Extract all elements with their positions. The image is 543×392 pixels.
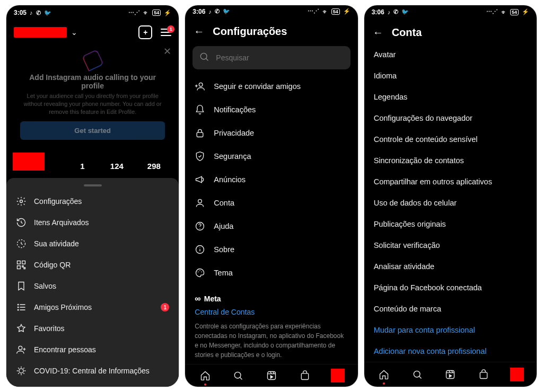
bottom-sheet-menu: Configurações Itens Arquivados Sua ativi… bbox=[6, 178, 179, 387]
sheet-item-saved[interactable]: Salvos bbox=[6, 275, 179, 297]
svg-rect-12 bbox=[197, 132, 203, 137]
search-box[interactable] bbox=[192, 46, 350, 69]
settings-item-security[interactable]: Segurança bbox=[185, 145, 357, 168]
add-person-icon bbox=[195, 81, 205, 92]
sheet-label: Amigos Próximos bbox=[34, 303, 92, 311]
bottom-nav bbox=[364, 362, 537, 387]
acct-link-switch-pro[interactable]: Mudar para conta profissional bbox=[364, 319, 537, 341]
user-icon bbox=[195, 198, 205, 208]
back-button[interactable]: ← bbox=[373, 27, 383, 38]
settings-label: Notificações bbox=[214, 105, 256, 114]
status-left-icons: ♪ bbox=[388, 9, 391, 15]
megaphone-icon bbox=[195, 174, 205, 185]
accounts-center-link[interactable]: Central de Contas bbox=[195, 308, 348, 316]
palette-icon bbox=[195, 268, 205, 278]
username-dropdown[interactable]: ⌄ bbox=[14, 27, 77, 38]
sheet-label: COVID-19: Central de Informações bbox=[34, 367, 150, 375]
avatar-redacted bbox=[13, 153, 45, 171]
sheet-item-settings[interactable]: Configurações bbox=[6, 191, 179, 212]
svg-point-0 bbox=[20, 200, 23, 203]
signal-dots-icon: ⋯⋰ bbox=[128, 10, 140, 16]
sheet-item-covid[interactable]: COVID-19: Central de Informações bbox=[6, 360, 179, 381]
close-friends-badge: 1 bbox=[161, 303, 169, 311]
nav-search[interactable] bbox=[410, 368, 424, 381]
svg-point-10 bbox=[201, 53, 207, 59]
menu-button[interactable]: 1 bbox=[161, 29, 171, 36]
lock-icon bbox=[195, 128, 205, 138]
phone-status-icon: ✆ bbox=[36, 10, 41, 16]
stat-followers[interactable]: 124 bbox=[98, 162, 135, 171]
battery-indicator: 54 bbox=[331, 8, 340, 15]
meta-section: ∞Meta Central de Contas Controle as conf… bbox=[185, 284, 357, 364]
settings-item-theme[interactable]: Tema bbox=[185, 261, 357, 284]
acct-item-avatar[interactable]: Avatar bbox=[364, 44, 537, 65]
status-bar: 3:05 ♪ ✆ 🐦 ⋯⋰ ᯤ 54 ⚡ bbox=[6, 5, 179, 20]
help-icon bbox=[195, 221, 205, 231]
meta-logo: ∞Meta bbox=[195, 294, 348, 304]
acct-item-branded-content[interactable]: Conteúdo de marca bbox=[364, 298, 537, 319]
settings-header: ← Configurações bbox=[185, 18, 357, 43]
audio-calling-promo: ✕ Add Instagram audio calling to your pr… bbox=[12, 46, 173, 147]
sheet-grab-handle[interactable] bbox=[84, 184, 102, 186]
acct-item-original-posts[interactable]: Publicações originais bbox=[364, 213, 537, 235]
settings-item-help[interactable]: Ajuda bbox=[185, 215, 357, 238]
clock: 3:05 bbox=[14, 9, 27, 16]
username-redacted bbox=[14, 27, 67, 38]
phone-account: 3:06 ♪ ✆ 🐦 ⋯⋰ ᯤ 54 ⚡ ← Conta Avatar Idio… bbox=[364, 5, 537, 387]
acct-item-sensitive[interactable]: Controle de conteúdo sensível bbox=[364, 129, 537, 150]
svg-point-7 bbox=[17, 309, 19, 310]
acct-item-data-usage[interactable]: Uso de dados do celular bbox=[364, 192, 537, 213]
svg-point-19 bbox=[199, 270, 200, 271]
clock-icon bbox=[16, 238, 27, 249]
profile-header: ⌄ + 1 bbox=[6, 20, 179, 42]
acct-item-facebook-page[interactable]: Página do Facebook conectada bbox=[364, 277, 537, 298]
settings-item-account[interactable]: Conta bbox=[185, 191, 357, 215]
nav-reels[interactable] bbox=[265, 369, 278, 382]
acct-item-contacts[interactable]: Sincronização de contatos bbox=[364, 150, 537, 171]
nav-home[interactable] bbox=[198, 369, 212, 382]
chevron-down-icon: ⌄ bbox=[71, 28, 77, 37]
sheet-label: Encontrar pessoas bbox=[34, 345, 96, 354]
nav-shop[interactable] bbox=[477, 368, 491, 381]
signal-dots-icon: ⋯⋰ bbox=[308, 8, 319, 15]
sheet-label: Código QR bbox=[34, 261, 71, 269]
create-button[interactable]: + bbox=[138, 25, 152, 39]
back-button[interactable]: ← bbox=[194, 26, 204, 37]
settings-item-ads[interactable]: Anúncios bbox=[185, 168, 357, 191]
nav-reels[interactable] bbox=[443, 368, 457, 381]
settings-item-privacy[interactable]: Privacidade bbox=[185, 121, 357, 145]
acct-item-share-apps[interactable]: Compartilhar em outros aplicativos bbox=[364, 171, 537, 192]
settings-label: Seguir e convidar amigos bbox=[214, 82, 301, 91]
svg-point-15 bbox=[200, 228, 200, 228]
acct-item-verification[interactable]: Solicitar verificação bbox=[364, 235, 537, 256]
sheet-item-discover[interactable]: Encontrar pessoas bbox=[6, 339, 179, 360]
settings-item-notifications[interactable]: Notificações bbox=[185, 98, 357, 121]
page-title: Conta bbox=[392, 26, 422, 39]
acct-link-add-pro[interactable]: Adicionar nova conta profissional bbox=[364, 341, 537, 362]
stat-following[interactable]: 298 bbox=[135, 162, 172, 171]
settings-item-about[interactable]: Sobre bbox=[185, 238, 357, 261]
close-icon[interactable]: ✕ bbox=[163, 46, 171, 57]
acct-item-language[interactable]: Idioma bbox=[364, 65, 537, 86]
settings-label: Anúncios bbox=[214, 175, 246, 184]
svg-point-17 bbox=[200, 247, 200, 248]
nav-profile-redacted[interactable] bbox=[331, 369, 345, 382]
add-person-icon bbox=[16, 344, 27, 355]
settings-item-follow-invite[interactable]: Seguir e convidar amigos bbox=[185, 75, 357, 98]
stat-posts[interactable]: 1 bbox=[66, 162, 98, 171]
sheet-item-favorites[interactable]: Favoritos bbox=[6, 318, 179, 339]
sheet-item-qr[interactable]: Código QR bbox=[6, 254, 179, 275]
acct-item-review-activity[interactable]: Analisar atividade bbox=[364, 256, 537, 277]
sheet-item-archive[interactable]: Itens Arquivados bbox=[6, 212, 179, 233]
search-input[interactable] bbox=[215, 53, 344, 63]
nav-search[interactable] bbox=[231, 369, 245, 382]
acct-item-captions[interactable]: Legendas bbox=[364, 86, 537, 108]
nav-home[interactable] bbox=[377, 368, 391, 381]
acct-item-browser[interactable]: Configurações do navegador bbox=[364, 108, 537, 129]
page-title: Configurações bbox=[213, 25, 287, 38]
sheet-item-close-friends[interactable]: Amigos Próximos 1 bbox=[6, 297, 179, 318]
sheet-item-activity[interactable]: Sua atividade bbox=[6, 233, 179, 254]
nav-shop[interactable] bbox=[298, 369, 312, 382]
nav-profile-redacted[interactable] bbox=[510, 368, 524, 381]
get-started-button[interactable]: Get started bbox=[20, 121, 165, 140]
